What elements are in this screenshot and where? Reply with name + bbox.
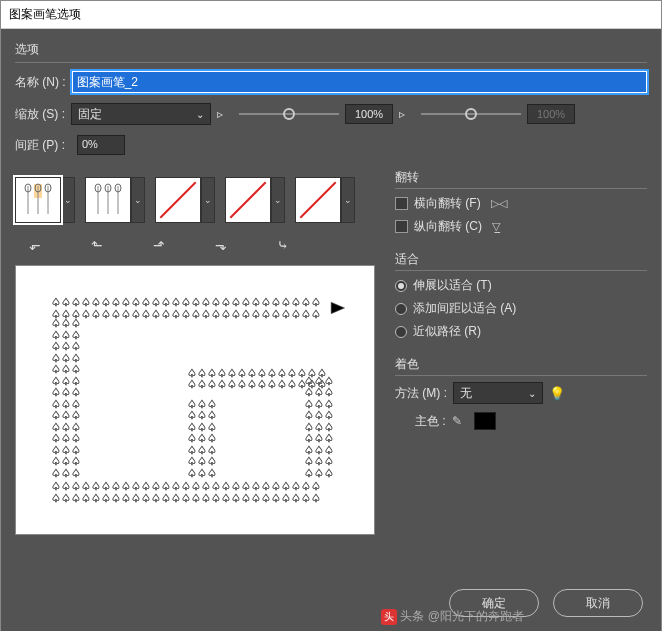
flip-vertical-checkbox[interactable] (395, 220, 408, 233)
brush-preview: ♤♤♤♤♤♤♤♤♤♤♤♤♤♤♤♤♤♤♤♤♤♤♤♤♤♤♤ ♤♤♤♤♤♤♤♤♤♤♤♤… (15, 265, 375, 535)
fit-divider (395, 270, 647, 271)
scale-label: 缩放 (S) : (15, 106, 65, 123)
chevron-down-icon-2: ⌄ (528, 388, 536, 399)
svg-text:♤♤♤: ♤♤♤ (304, 409, 334, 421)
spacing-row: 间距 (P) : 0% (15, 135, 647, 155)
name-row: 名称 (N) : (15, 71, 647, 93)
corner-icon-4[interactable]: ⬎ (209, 233, 233, 257)
colorize-method-dropdown[interactable]: 无 ⌄ (453, 382, 543, 404)
fit-addspace-radio[interactable] (395, 303, 407, 315)
svg-text:♤♤♤: ♤♤♤ (187, 409, 217, 421)
fit-panel: 适合 伸展以适合 (T) 添加间距以适合 (A) 近似路径 (R) (395, 251, 647, 346)
scale-pct-1[interactable]: 100% (345, 104, 393, 124)
svg-text:♤♤♤: ♤♤♤ (51, 317, 81, 329)
scale-row: 缩放 (S) : 固定 ⌄ ▹ 100% ▹ 100% (15, 103, 647, 125)
options-section-label: 选项 (15, 41, 647, 58)
svg-text:♤♤♤♤♤♤♤♤♤♤♤♤♤♤♤♤♤♤♤♤♤♤♤♤♤♤♤: ♤♤♤♤♤♤♤♤♤♤♤♤♤♤♤♤♤♤♤♤♤♤♤♤♤♤♤ (51, 492, 321, 504)
corner-icon-2[interactable]: ⬑ (85, 233, 109, 257)
scale-slider-track-1[interactable] (239, 113, 339, 115)
corner-icon-1[interactable]: ⬐ (23, 233, 47, 257)
svg-text:♤♤♤: ♤♤♤ (187, 455, 217, 467)
flip-section-label: 翻转 (395, 169, 647, 186)
right-column: 翻转 横向翻转 (F) ▷◁ 纵向翻转 (C) ▽̲ 适合 (395, 169, 647, 535)
dialog-content: 选项 名称 (N) : 缩放 (S) : 固定 ⌄ ▹ 100% ▹ (1, 29, 661, 631)
svg-text:♤♤♤: ♤♤♤ (304, 467, 334, 479)
svg-text:♤♤♤: ♤♤♤ (51, 432, 81, 444)
key-color-swatch[interactable] (474, 412, 496, 430)
svg-text:♤♤♤: ♤♤♤ (51, 409, 81, 421)
spacing-label: 间距 (P) : (15, 137, 65, 154)
name-input[interactable] (72, 71, 647, 93)
eyedropper-icon[interactable]: ✎ (452, 414, 468, 428)
watermark-icon: 头 (381, 609, 397, 625)
inner-corner-tile[interactable] (155, 177, 201, 223)
pattern-brush-dialog: 图案画笔选项 选项 名称 (N) : 缩放 (S) : 固定 ⌄ ▹ 100% … (0, 0, 662, 631)
flip-horizontal-icon: ▷◁ (491, 197, 507, 210)
slider-min-icon: ▹ (217, 107, 233, 121)
scale-mode-dropdown[interactable]: 固定 ⌄ (71, 103, 211, 125)
mid-section: ⌄ ⌄ (15, 165, 647, 535)
tip-bulb-icon[interactable]: 💡 (549, 386, 565, 401)
fit-approx-label: 近似路径 (R) (413, 323, 481, 340)
svg-text:♤♤♤: ♤♤♤ (187, 421, 217, 433)
colorize-method-value: 无 (460, 385, 472, 402)
flip-panel: 翻转 横向翻转 (F) ▷◁ 纵向翻转 (C) ▽̲ (395, 169, 647, 241)
none-slash-icon-3 (300, 182, 336, 218)
side-tile[interactable] (15, 177, 61, 223)
tiles-col: ⌄ ⌄ (15, 165, 375, 535)
preview-svg: ♤♤♤♤♤♤♤♤♤♤♤♤♤♤♤♤♤♤♤♤♤♤♤♤♤♤♤ ♤♤♤♤♤♤♤♤♤♤♤♤… (32, 282, 358, 518)
fit-approx-row: 近似路径 (R) (395, 323, 647, 340)
flip-divider (395, 188, 647, 189)
fit-addspace-label: 添加间距以适合 (A) (413, 300, 516, 317)
scale-slider-thumb-1[interactable] (283, 108, 295, 120)
end-tile-dropdown[interactable]: ⌄ (341, 177, 355, 223)
flip-horizontal-label: 横向翻转 (F) (414, 195, 481, 212)
svg-text:♤♤♤: ♤♤♤ (51, 444, 81, 456)
fit-addspace-row: 添加间距以适合 (A) (395, 300, 647, 317)
svg-text:♤♤♤: ♤♤♤ (187, 467, 217, 479)
svg-text:♤♤♤: ♤♤♤ (51, 329, 81, 341)
svg-text:♤♤♤: ♤♤♤ (304, 421, 334, 433)
svg-text:♤♤♤: ♤♤♤ (51, 375, 81, 387)
none-slash-icon (160, 182, 196, 218)
fit-stretch-radio[interactable] (395, 280, 407, 292)
svg-marker-15 (331, 302, 344, 314)
options-divider (15, 62, 647, 63)
colorize-panel: 着色 方法 (M) : 无 ⌄ 💡 主色 : ✎ (395, 356, 647, 440)
inner-corner-tile-group: ⌄ (155, 177, 215, 223)
dialog-titlebar: 图案画笔选项 (1, 1, 661, 29)
colorize-divider (395, 375, 647, 376)
end-tile[interactable] (295, 177, 341, 223)
cancel-button[interactable]: 取消 (553, 589, 643, 617)
corner-type-icons: ⬐ ⬑ ⬏ ⬎ ⤷ (23, 233, 375, 257)
svg-text:♤♤♤: ♤♤♤ (304, 398, 334, 410)
corner-icon-3[interactable]: ⬏ (147, 233, 171, 257)
corner-icon-5[interactable]: ⤷ (271, 233, 295, 257)
svg-text:♤♤♤: ♤♤♤ (304, 444, 334, 456)
colorize-key-row: 主色 : ✎ (395, 412, 647, 430)
fit-section-label: 适合 (395, 251, 647, 268)
svg-text:♤♤♤: ♤♤♤ (51, 421, 81, 433)
svg-text:♤♤♤♤♤♤♤♤♤♤♤♤♤♤♤♤♤♤♤♤♤♤♤♤♤♤♤: ♤♤♤♤♤♤♤♤♤♤♤♤♤♤♤♤♤♤♤♤♤♤♤♤♤♤♤ (51, 296, 321, 308)
watermark-text: 头条 @阳光下的奔跑者 (400, 609, 524, 623)
svg-text:♤♤♤: ♤♤♤ (51, 386, 81, 398)
watermark: 头 头条 @阳光下的奔跑者 (381, 608, 524, 625)
fit-stretch-label: 伸展以适合 (T) (413, 277, 492, 294)
scale-mode-value: 固定 (78, 106, 102, 123)
svg-text:♤♤♤: ♤♤♤ (187, 444, 217, 456)
spacing-input[interactable]: 0% (77, 135, 125, 155)
inner-corner-dropdown[interactable]: ⌄ (201, 177, 215, 223)
start-tile[interactable] (225, 177, 271, 223)
start-tile-dropdown[interactable]: ⌄ (271, 177, 285, 223)
scale-slider-thumb-2 (465, 108, 477, 120)
svg-text:♤♤♤: ♤♤♤ (51, 352, 81, 364)
side-tile-dropdown[interactable]: ⌄ (61, 177, 75, 223)
outer-corner-dropdown[interactable]: ⌄ (131, 177, 145, 223)
flip-horizontal-checkbox[interactable] (395, 197, 408, 210)
svg-text:♤♤♤♤♤♤♤♤♤♤♤♤♤♤♤♤♤♤♤♤♤♤♤♤♤♤♤: ♤♤♤♤♤♤♤♤♤♤♤♤♤♤♤♤♤♤♤♤♤♤♤♤♤♤♤ (51, 308, 321, 320)
fit-approx-radio[interactable] (395, 326, 407, 338)
outer-corner-tile[interactable] (85, 177, 131, 223)
end-tile-group: ⌄ (295, 177, 355, 223)
side-tile-group: ⌄ (15, 177, 75, 223)
colorize-key-label: 主色 : (415, 413, 446, 430)
